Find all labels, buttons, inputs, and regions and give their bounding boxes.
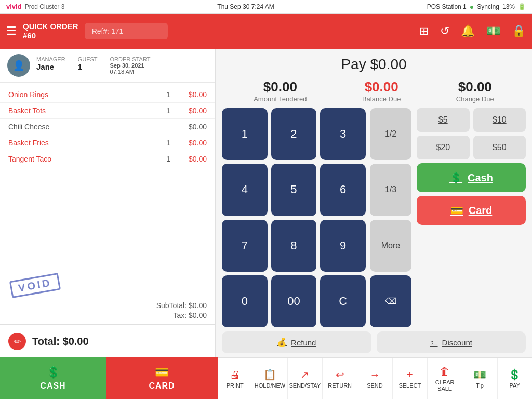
order-start-label: ORDER START	[110, 56, 151, 62]
discount-button[interactable]: 🏷 Discount	[377, 331, 526, 353]
num-8-button[interactable]: 8	[271, 220, 317, 272]
action-tab-label: PAY	[510, 382, 520, 389]
order-item[interactable]: Chili Cheese $0.00	[0, 119, 215, 135]
num-3-button[interactable]: 3	[320, 108, 366, 160]
quick-20-button[interactable]: $20	[417, 136, 470, 159]
item-name: Tangent Taco	[8, 155, 161, 163]
quick-actions: $5 $10 $20 $50 💲 Cash 💳 Card	[417, 108, 526, 327]
action-tab-icon: ↗	[300, 368, 309, 381]
quick-amounts-row-2: $20 $50	[417, 136, 526, 159]
menu-button[interactable]: ☰	[6, 24, 17, 38]
numpad-grid: 123456789000C	[222, 108, 366, 327]
bell-icon[interactable]: 🔔	[461, 24, 475, 38]
order-item[interactable]: Onion Rings 1 $0.00	[0, 87, 215, 103]
action-tab-send-stay[interactable]: ↗ SEND/STAY	[288, 358, 323, 399]
ref-input[interactable]	[85, 23, 168, 39]
item-price: $0.00	[176, 90, 207, 99]
action-tab-print[interactable]: 🖨 PRINT	[218, 358, 252, 399]
num-00-button[interactable]: 00	[271, 275, 317, 327]
datetime: Thu Sep 30 7:24 AM	[217, 3, 274, 10]
order-title: QUICK ORDER #60	[23, 22, 78, 41]
quick-5-button[interactable]: $5	[417, 108, 470, 132]
avatar-icon: 👤	[13, 60, 24, 71]
syncing-dot: ●	[470, 3, 474, 11]
action-tab-pay[interactable]: 💲 PAY	[498, 358, 532, 399]
order-item[interactable]: Basket Tots 1 $0.00	[0, 103, 215, 119]
total-label: Total: $0.00	[32, 336, 89, 348]
payment-actions: 💰 Refund 🏷 Discount	[216, 331, 532, 357]
num-6-button[interactable]: 6	[320, 164, 366, 216]
guest-count: 1	[78, 62, 98, 71]
num-7-button[interactable]: 7	[222, 220, 268, 272]
avatar: 👤	[7, 54, 30, 77]
cash-tab[interactable]: 💲 CASH	[0, 357, 106, 399]
tax-label: Tax:	[173, 311, 187, 320]
action-tab-icon: 🖨	[230, 369, 240, 381]
action-tab-icon: 🗑	[440, 366, 450, 378]
more-button[interactable]: More	[370, 220, 411, 272]
action-tab-label: CLEAR SALE	[429, 379, 461, 392]
subtotal-label: SubTotal:	[156, 301, 187, 310]
third-button[interactable]: 1/3	[370, 164, 411, 216]
refresh-icon[interactable]: ↺	[440, 24, 449, 38]
item-price: $0.00	[176, 107, 207, 115]
item-name: Chili Cheese	[8, 123, 161, 131]
num-9-button[interactable]: 9	[320, 220, 366, 272]
order-panel: 👤 MANAGER Jane GUEST 1 ORDER START Sep 3…	[0, 49, 216, 357]
app-logo: vivid	[6, 3, 22, 10]
num-C-button[interactable]: C	[320, 275, 366, 327]
card-tab-icon: 💳	[155, 366, 169, 379]
pay-amounts: $0.00 Amount Tendered $0.00 Balance Due …	[216, 77, 532, 108]
action-tab-return[interactable]: ↩ RETURN	[323, 358, 357, 399]
amount-tendered-label: Amount Tendered	[254, 95, 307, 103]
num-5-button[interactable]: 5	[271, 164, 317, 216]
order-item[interactable]: Tangent Taco 1 $0.00	[0, 151, 215, 167]
order-start-date: Sep 30, 2021	[110, 62, 151, 69]
card-tab[interactable]: 💳 CARD	[106, 357, 218, 399]
lock-icon[interactable]: 🔒	[512, 24, 526, 38]
action-tab-select[interactable]: + SELECT	[393, 358, 428, 399]
main-content: 👤 MANAGER Jane GUEST 1 ORDER START Sep 3…	[0, 49, 532, 357]
station-name: POS Station 1	[427, 3, 467, 10]
balance-due-group: $0.00 Balance Due	[362, 79, 401, 103]
order-item[interactable]: Basket Fries 1 $0.00	[0, 135, 215, 151]
quick-50-button[interactable]: $50	[473, 136, 526, 159]
cash-icon: 💲	[449, 171, 462, 184]
action-tab-send[interactable]: → SEND	[357, 358, 392, 399]
amount-tendered-value: $0.00	[254, 79, 307, 95]
numpad-section: 123456789000C 1/2 1/3 More ⌫	[222, 108, 411, 327]
action-tab-label: SELECT	[398, 382, 421, 389]
manager-label: MANAGER	[36, 56, 65, 62]
card-pay-button[interactable]: 💳 Card	[417, 196, 526, 225]
cash-drawer-icon[interactable]: 💵	[486, 24, 500, 38]
order-start-time: 07:18 AM	[110, 69, 151, 75]
action-tab-hold-new[interactable]: 📋 HOLD/NEW	[252, 358, 287, 399]
num-2-button[interactable]: 2	[271, 108, 317, 160]
action-tab-label: Tip	[476, 382, 484, 389]
edit-order-button[interactable]: ✏	[8, 332, 26, 350]
action-tab-tip[interactable]: 💵 Tip	[462, 358, 497, 399]
manager-name: Jane	[36, 62, 65, 71]
num-4-button[interactable]: 4	[222, 164, 268, 216]
quick-10-button[interactable]: $10	[473, 108, 526, 132]
header-icons: ⊞ ↺ 🔔 💵 🔒	[419, 24, 526, 38]
refund-button[interactable]: 💰 Refund	[222, 331, 371, 353]
order-footer: ✏ Total: $0.00	[0, 324, 215, 357]
balance-due-value: $0.00	[362, 79, 401, 95]
void-stamp-area: VOID	[0, 273, 215, 298]
num-0-button[interactable]: 0	[222, 275, 268, 327]
cash-pay-button[interactable]: 💲 Cash	[417, 163, 526, 192]
item-name: Basket Fries	[8, 139, 161, 147]
action-tab-icon: 📋	[263, 368, 276, 381]
syncing-label: Syncing	[477, 3, 499, 10]
action-tab-icon: ↩	[336, 368, 344, 381]
layers-icon[interactable]: ⊞	[419, 24, 429, 38]
cash-tab-icon: 💲	[46, 366, 60, 379]
action-tab-icon: 💵	[473, 368, 486, 381]
num-1-button[interactable]: 1	[222, 108, 268, 160]
backspace-button[interactable]: ⌫	[370, 275, 411, 327]
half-button[interactable]: 1/2	[370, 108, 411, 160]
item-name: Onion Rings	[8, 90, 161, 99]
action-tab-clear-sale[interactable]: 🗑 CLEAR SALE	[428, 358, 462, 399]
discount-icon: 🏷	[430, 338, 438, 347]
